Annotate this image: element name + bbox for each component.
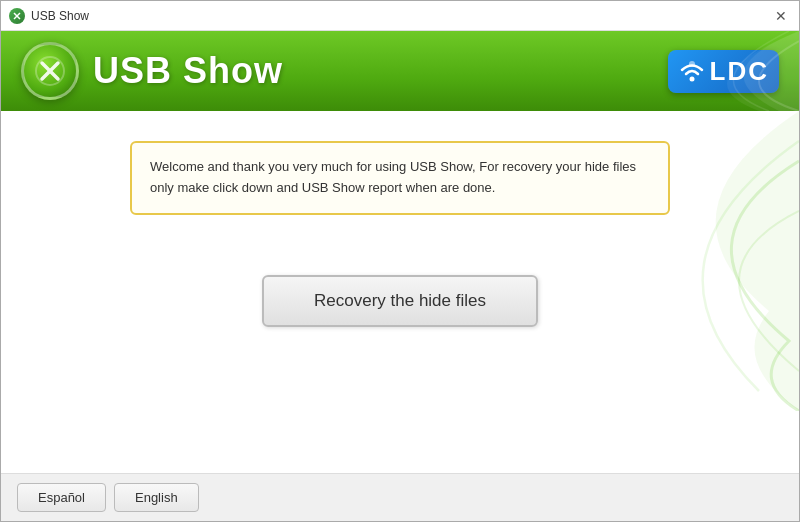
ldc-badge: LDC: [668, 50, 779, 93]
footer: Español English: [1, 473, 799, 521]
app-title: USB Show: [93, 50, 668, 92]
svg-point-5: [689, 77, 694, 82]
title-bar-icon: [9, 8, 25, 24]
main-content: Welcome and thank you very much for usin…: [1, 111, 799, 473]
welcome-text: Welcome and thank you very much for usin…: [150, 159, 636, 195]
recovery-button[interactable]: Recovery the hide files: [262, 275, 538, 327]
title-bar: USB Show ✕: [1, 1, 799, 31]
wifi-icon: [678, 57, 706, 85]
header-banner: USB Show LDC: [1, 31, 799, 111]
welcome-box: Welcome and thank you very much for usin…: [130, 141, 670, 215]
english-button[interactable]: English: [114, 483, 199, 512]
logo-circle: [21, 42, 79, 100]
title-bar-text: USB Show: [31, 9, 771, 23]
svg-point-6: [689, 61, 695, 67]
espanol-button[interactable]: Español: [17, 483, 106, 512]
app-window: USB Show ✕ USB Show: [0, 0, 800, 522]
close-button[interactable]: ✕: [771, 6, 791, 26]
ldc-text: LDC: [710, 56, 769, 87]
